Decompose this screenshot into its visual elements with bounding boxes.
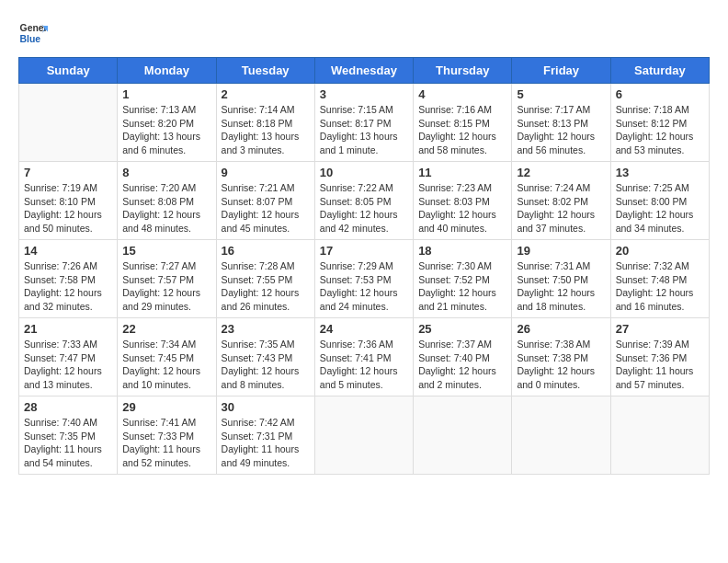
day-info: Sunrise: 7:40 AMSunset: 7:35 PMDaylight:… bbox=[24, 416, 112, 470]
calendar-cell: 23Sunrise: 7:35 AMSunset: 7:43 PMDayligh… bbox=[216, 318, 314, 396]
day-number: 30 bbox=[222, 400, 310, 414]
weekday-header-monday: Monday bbox=[118, 58, 216, 84]
calendar-cell: 11Sunrise: 7:23 AMSunset: 8:03 PMDayligh… bbox=[414, 162, 512, 240]
day-number: 27 bbox=[616, 322, 704, 336]
week-row-4: 21Sunrise: 7:33 AMSunset: 7:47 PMDayligh… bbox=[19, 318, 710, 396]
day-info: Sunrise: 7:20 AMSunset: 8:08 PMDaylight:… bbox=[122, 181, 210, 236]
calendar-cell: 8Sunrise: 7:20 AMSunset: 8:08 PMDaylight… bbox=[118, 162, 216, 240]
calendar-cell: 5Sunrise: 7:17 AMSunset: 8:13 PMDaylight… bbox=[512, 84, 610, 162]
day-number: 21 bbox=[24, 322, 112, 336]
calendar-cell: 17Sunrise: 7:29 AMSunset: 7:53 PMDayligh… bbox=[314, 240, 413, 318]
day-number: 26 bbox=[517, 322, 605, 336]
day-number: 28 bbox=[24, 400, 112, 414]
logo: General Blue bbox=[18, 18, 53, 48]
svg-text:Blue: Blue bbox=[20, 34, 41, 44]
calendar-cell: 29Sunrise: 7:41 AMSunset: 7:33 PMDayligh… bbox=[118, 396, 216, 475]
day-number: 11 bbox=[418, 166, 506, 179]
day-number: 18 bbox=[418, 244, 506, 258]
day-number: 25 bbox=[418, 322, 506, 336]
calendar-cell: 10Sunrise: 7:22 AMSunset: 8:05 PMDayligh… bbox=[314, 162, 413, 240]
calendar-cell: 18Sunrise: 7:30 AMSunset: 7:52 PMDayligh… bbox=[414, 240, 512, 318]
day-info: Sunrise: 7:14 AMSunset: 8:18 PMDaylight:… bbox=[222, 103, 310, 157]
day-number: 23 bbox=[222, 322, 310, 336]
week-row-5: 28Sunrise: 7:40 AMSunset: 7:35 PMDayligh… bbox=[19, 396, 710, 475]
day-number: 17 bbox=[320, 244, 408, 258]
day-info: Sunrise: 7:32 AMSunset: 7:48 PMDaylight:… bbox=[616, 259, 704, 314]
day-info: Sunrise: 7:30 AMSunset: 7:52 PMDaylight:… bbox=[418, 259, 506, 314]
day-number: 2 bbox=[222, 87, 310, 101]
weekday-header-tuesday: Tuesday bbox=[216, 58, 314, 84]
calendar-cell: 24Sunrise: 7:36 AMSunset: 7:41 PMDayligh… bbox=[314, 318, 413, 396]
day-info: Sunrise: 7:38 AMSunset: 7:38 PMDaylight:… bbox=[517, 338, 605, 392]
day-info: Sunrise: 7:35 AMSunset: 7:43 PMDaylight:… bbox=[222, 338, 310, 392]
day-info: Sunrise: 7:21 AMSunset: 8:07 PMDaylight:… bbox=[222, 181, 310, 236]
calendar-table: SundayMondayTuesdayWednesdayThursdayFrid… bbox=[18, 57, 710, 475]
day-info: Sunrise: 7:15 AMSunset: 8:17 PMDaylight:… bbox=[320, 103, 408, 157]
calendar-cell: 26Sunrise: 7:38 AMSunset: 7:38 PMDayligh… bbox=[512, 318, 610, 396]
day-info: Sunrise: 7:19 AMSunset: 8:10 PMDaylight:… bbox=[24, 181, 112, 236]
calendar-cell: 3Sunrise: 7:15 AMSunset: 8:17 PMDaylight… bbox=[314, 84, 413, 162]
day-info: Sunrise: 7:24 AMSunset: 8:02 PMDaylight:… bbox=[517, 181, 605, 236]
calendar-cell: 22Sunrise: 7:34 AMSunset: 7:45 PMDayligh… bbox=[118, 318, 216, 396]
day-info: Sunrise: 7:39 AMSunset: 7:36 PMDaylight:… bbox=[616, 338, 704, 392]
calendar-cell: 7Sunrise: 7:19 AMSunset: 8:10 PMDaylight… bbox=[19, 162, 118, 240]
calendar-cell: 2Sunrise: 7:14 AMSunset: 8:18 PMDaylight… bbox=[216, 84, 314, 162]
calendar-cell: 9Sunrise: 7:21 AMSunset: 8:07 PMDaylight… bbox=[216, 162, 314, 240]
week-row-3: 14Sunrise: 7:26 AMSunset: 7:58 PMDayligh… bbox=[19, 240, 710, 318]
day-info: Sunrise: 7:29 AMSunset: 7:53 PMDaylight:… bbox=[320, 259, 408, 314]
weekday-header-saturday: Saturday bbox=[610, 58, 709, 84]
day-number: 14 bbox=[24, 244, 112, 258]
svg-text:General: General bbox=[20, 23, 48, 33]
calendar-cell bbox=[414, 396, 512, 475]
day-number: 15 bbox=[122, 244, 210, 258]
day-number: 5 bbox=[517, 87, 605, 101]
calendar-cell: 14Sunrise: 7:26 AMSunset: 7:58 PMDayligh… bbox=[19, 240, 118, 318]
day-info: Sunrise: 7:22 AMSunset: 8:05 PMDaylight:… bbox=[320, 181, 408, 236]
logo-icon: General Blue bbox=[18, 18, 48, 48]
day-number: 4 bbox=[418, 87, 506, 101]
calendar-cell: 12Sunrise: 7:24 AMSunset: 8:02 PMDayligh… bbox=[512, 162, 610, 240]
weekday-header-wednesday: Wednesday bbox=[314, 58, 413, 84]
day-number: 3 bbox=[320, 87, 408, 101]
calendar-cell: 20Sunrise: 7:32 AMSunset: 7:48 PMDayligh… bbox=[610, 240, 709, 318]
day-number: 8 bbox=[122, 166, 210, 179]
day-number: 20 bbox=[616, 244, 704, 258]
calendar-cell: 16Sunrise: 7:28 AMSunset: 7:55 PMDayligh… bbox=[216, 240, 314, 318]
calendar-cell: 27Sunrise: 7:39 AMSunset: 7:36 PMDayligh… bbox=[610, 318, 709, 396]
day-info: Sunrise: 7:13 AMSunset: 8:20 PMDaylight:… bbox=[122, 103, 210, 157]
day-info: Sunrise: 7:23 AMSunset: 8:03 PMDaylight:… bbox=[418, 181, 506, 236]
weekday-header-row: SundayMondayTuesdayWednesdayThursdayFrid… bbox=[19, 58, 710, 84]
calendar-cell: 13Sunrise: 7:25 AMSunset: 8:00 PMDayligh… bbox=[610, 162, 709, 240]
calendar-cell bbox=[610, 396, 709, 475]
day-number: 13 bbox=[616, 166, 704, 179]
calendar-cell bbox=[512, 396, 610, 475]
day-number: 24 bbox=[320, 322, 408, 336]
day-info: Sunrise: 7:26 AMSunset: 7:58 PMDaylight:… bbox=[24, 259, 112, 314]
day-info: Sunrise: 7:16 AMSunset: 8:15 PMDaylight:… bbox=[418, 103, 506, 157]
calendar-cell: 4Sunrise: 7:16 AMSunset: 8:15 PMDaylight… bbox=[414, 84, 512, 162]
day-info: Sunrise: 7:25 AMSunset: 8:00 PMDaylight:… bbox=[616, 181, 704, 236]
day-info: Sunrise: 7:17 AMSunset: 8:13 PMDaylight:… bbox=[517, 103, 605, 157]
calendar-cell: 30Sunrise: 7:42 AMSunset: 7:31 PMDayligh… bbox=[216, 396, 314, 475]
day-info: Sunrise: 7:31 AMSunset: 7:50 PMDaylight:… bbox=[517, 259, 605, 314]
weekday-header-thursday: Thursday bbox=[414, 58, 512, 84]
calendar-cell: 19Sunrise: 7:31 AMSunset: 7:50 PMDayligh… bbox=[512, 240, 610, 318]
day-number: 10 bbox=[320, 166, 408, 179]
day-info: Sunrise: 7:28 AMSunset: 7:55 PMDaylight:… bbox=[222, 259, 310, 314]
day-number: 9 bbox=[222, 166, 310, 179]
calendar-cell: 15Sunrise: 7:27 AMSunset: 7:57 PMDayligh… bbox=[118, 240, 216, 318]
day-number: 12 bbox=[517, 166, 605, 179]
calendar-cell: 1Sunrise: 7:13 AMSunset: 8:20 PMDaylight… bbox=[118, 84, 216, 162]
day-info: Sunrise: 7:36 AMSunset: 7:41 PMDaylight:… bbox=[320, 338, 408, 392]
day-info: Sunrise: 7:27 AMSunset: 7:57 PMDaylight:… bbox=[122, 259, 210, 314]
day-number: 16 bbox=[222, 244, 310, 258]
calendar-cell bbox=[19, 84, 118, 162]
day-number: 7 bbox=[24, 166, 112, 179]
week-row-2: 7Sunrise: 7:19 AMSunset: 8:10 PMDaylight… bbox=[19, 162, 710, 240]
day-info: Sunrise: 7:41 AMSunset: 7:33 PMDaylight:… bbox=[122, 416, 210, 470]
calendar-cell: 28Sunrise: 7:40 AMSunset: 7:35 PMDayligh… bbox=[19, 396, 118, 475]
weekday-header-friday: Friday bbox=[512, 58, 610, 84]
day-number: 22 bbox=[122, 322, 210, 336]
day-number: 29 bbox=[122, 400, 210, 414]
day-info: Sunrise: 7:33 AMSunset: 7:47 PMDaylight:… bbox=[24, 338, 112, 392]
